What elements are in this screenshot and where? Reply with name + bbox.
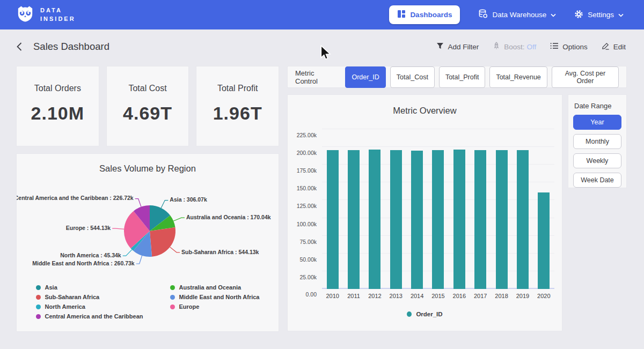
date-range-buttons: YearMonthlyWeeklyWeek Date <box>573 115 621 188</box>
pie-chart-card: Sales Volume by Region Asia : 306.07kAus… <box>16 153 279 332</box>
bar-2010[interactable] <box>327 150 339 289</box>
y-axis-tick-label: 75.00k <box>299 239 317 245</box>
bar-chart-legend-item[interactable]: Order_ID <box>288 311 562 317</box>
pie-slice-label: Australia and Oceania : 170.04k <box>186 214 271 220</box>
date-range-button-year[interactable]: Year <box>573 115 621 130</box>
bar-2020[interactable] <box>538 192 550 289</box>
bar-2018[interactable] <box>496 150 508 289</box>
pie-slice-label: Middle East and North Africa : 260.73k <box>32 260 135 266</box>
legend-label: Sub-Saharan Africa <box>45 294 100 300</box>
bar-2019[interactable] <box>517 150 529 289</box>
bar-column-2010 <box>322 129 343 289</box>
rocket-icon <box>493 42 500 51</box>
x-axis-tick-label: 2010 <box>322 293 343 299</box>
pie-legend-item-australia-and-oceania[interactable]: Australia and Oceania <box>170 284 260 291</box>
y-axis-tick-label: 25.00k <box>299 274 317 280</box>
y-axis-tick-label: 200.00k <box>297 150 317 156</box>
settings-menu[interactable]: Settings <box>574 10 624 20</box>
legend-label: Australia and Oceania <box>179 284 241 291</box>
database-icon <box>478 9 488 20</box>
boost-status: Off <box>526 43 536 51</box>
kpi-value: 2.10M <box>31 103 85 124</box>
metric-control-buttons: Order_IDTotal_CostTotal_ProfitTotal_Reve… <box>345 66 619 88</box>
legend-dot <box>170 285 175 290</box>
bar-column-2015 <box>428 129 449 289</box>
bar-2014[interactable] <box>411 151 423 289</box>
pie-chart-legend: AsiaSub-Saharan AfricaNorth AmericaCentr… <box>17 284 279 320</box>
legend-label: Asia <box>45 284 57 291</box>
x-axis-tick-label: 2017 <box>470 293 491 299</box>
add-filter-button[interactable]: Add Filter <box>436 42 479 51</box>
legend-label: Middle East and North Africa <box>179 294 260 300</box>
bar-2017[interactable] <box>474 150 486 289</box>
pie-leader-line <box>135 199 141 207</box>
pie-legend-item-middle-east-and-north-africa[interactable]: Middle East and North Africa <box>170 294 260 300</box>
pie-legend-item-central-america-and-the-caribbean[interactable]: Central America and the Caribbean <box>36 313 143 320</box>
bar-chart-x-axis: 2010201120122013201420152016201720182019… <box>322 293 554 299</box>
metric-button-total-revenue[interactable]: Total_Revenue <box>489 66 547 88</box>
bar-chart-title: Metric Overview <box>288 106 562 116</box>
date-range-button-weekly[interactable]: Weekly <box>573 153 621 168</box>
filter-funnel-icon <box>436 42 444 51</box>
top-navbar: DATA INSIDER Dashboards <box>0 0 644 29</box>
bar-column-2018 <box>491 129 512 289</box>
legend-dot <box>36 285 41 290</box>
date-range-button-monthly[interactable]: Monthly <box>573 134 621 149</box>
page-header: Sales Dashboard Add Filter Boost: Off <box>0 29 644 64</box>
kpi-label: Total Orders <box>34 84 81 93</box>
metric-button-order-id[interactable]: Order_ID <box>345 66 385 88</box>
bar-2012[interactable] <box>369 150 380 289</box>
bar-column-2020 <box>533 129 554 289</box>
legend-dot <box>170 305 175 309</box>
dashboards-button[interactable]: Dashboards <box>389 5 460 24</box>
pie-leader-line <box>161 201 168 208</box>
y-axis-tick-label: 150.00k <box>297 185 317 191</box>
options-button[interactable]: Options <box>550 42 588 51</box>
pie-leader-line <box>173 218 185 221</box>
pie-chart: Asia : 306.07kAustralia and Oceania : 17… <box>17 176 279 283</box>
dashboards-grid-icon <box>397 10 406 20</box>
bar-column-2011 <box>343 129 364 289</box>
pie-slice-sub-saharan-africa[interactable] <box>150 227 175 257</box>
x-axis-tick-label: 2020 <box>533 293 554 299</box>
kpi-row: Total Orders2.10MTotal Cost4.69TTotal Pr… <box>16 66 279 146</box>
metric-control-label: Metric Control <box>295 69 338 85</box>
bar-column-2017 <box>470 129 491 289</box>
back-button[interactable] <box>16 42 23 51</box>
bar-2011[interactable] <box>348 150 360 289</box>
pie-leader-line <box>112 228 124 229</box>
pie-legend-item-north-america[interactable]: North America <box>36 303 143 310</box>
bar-2013[interactable] <box>390 150 402 289</box>
edit-button[interactable]: Edit <box>602 42 626 51</box>
chevron-down-icon <box>618 11 624 19</box>
bar-chart-card: Metric Overview 0.0025.00k50.00k75.00k10… <box>287 94 562 331</box>
pie-legend-item-asia[interactable]: Asia <box>36 284 143 291</box>
pie-legend-item-europe[interactable]: Europe <box>170 303 260 310</box>
pie-legend-item-sub-saharan-africa[interactable]: Sub-Saharan Africa <box>36 294 143 300</box>
bar-2015[interactable] <box>432 150 444 289</box>
metric-button-total-cost[interactable]: Total_Cost <box>390 66 435 88</box>
pie-slice-label: Asia : 306.07k <box>170 196 207 203</box>
dashboard-body: Total Orders2.10MTotal Cost4.69TTotal Pr… <box>0 64 644 332</box>
brand-logo[interactable]: DATA INSIDER <box>16 5 76 25</box>
pencil-icon <box>602 42 610 51</box>
legend-label: North America <box>45 303 85 310</box>
boost-toggle[interactable]: Boost: Off <box>493 42 536 51</box>
pie-slice-label: North America : 45.34k <box>60 252 121 258</box>
metric-button-avg-cost-per-order[interactable]: Avg. Cost per Order <box>552 66 619 88</box>
y-axis-tick-label: 175.00k <box>297 167 317 174</box>
pie-leader-line <box>170 247 180 253</box>
legend-dot <box>170 295 175 300</box>
x-axis-tick-label: 2013 <box>385 293 406 299</box>
pie-leader-line <box>123 250 132 256</box>
bar-2016[interactable] <box>453 150 465 289</box>
data-warehouse-menu[interactable]: Data Warehouse <box>478 9 556 20</box>
kpi-label: Total Cost <box>128 84 166 93</box>
owl-logo-icon <box>16 5 34 25</box>
pie-slice-label: Sub-Saharan Africa : 544.13k <box>181 249 259 255</box>
x-axis-tick-label: 2014 <box>406 293 427 299</box>
y-axis-tick-label: 50.00k <box>299 256 317 263</box>
date-range-button-week-date[interactable]: Week Date <box>573 173 621 188</box>
x-axis-tick-label: 2019 <box>512 293 533 299</box>
metric-button-total-profit[interactable]: Total_Profit <box>439 66 486 88</box>
